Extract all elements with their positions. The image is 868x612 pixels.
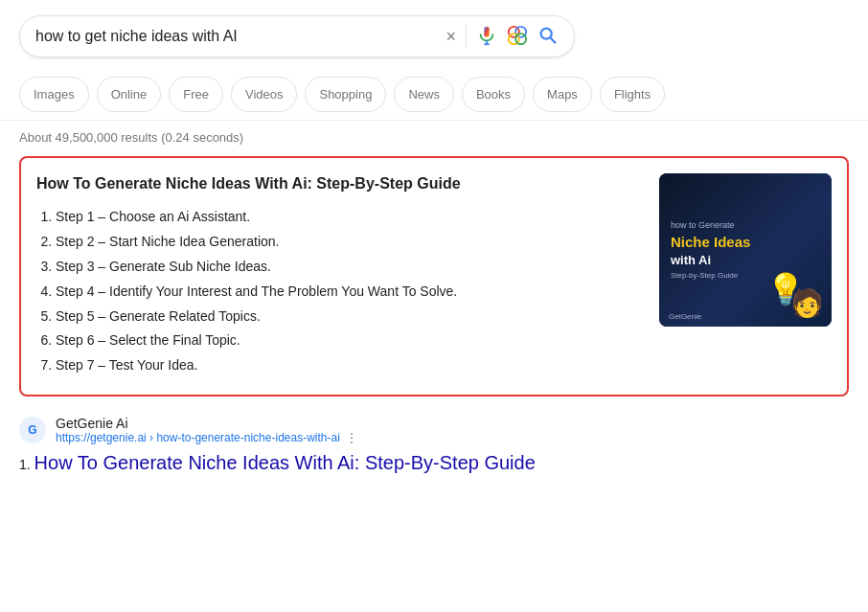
svg-rect-0 xyxy=(484,26,490,36)
person-icon: 🧑 xyxy=(790,287,824,319)
result-number: 1. xyxy=(19,457,34,472)
source-url-text: https://getgenie.ai › how-to-generate-ni… xyxy=(56,431,340,444)
snippet-thumbnail: how to Generate Niche Ideas with Ai Step… xyxy=(659,173,832,327)
list-item: Step 5 – Generate Related Topics. xyxy=(56,306,644,329)
image-branding: GetGenie xyxy=(669,312,701,321)
source-info: GetGenie Ai https://getgenie.ai › how-to… xyxy=(56,416,357,444)
tab-books[interactable]: Books xyxy=(462,77,525,112)
nav-tabs: Images Online Free Videos Shopping News … xyxy=(0,69,868,121)
mic-icon[interactable] xyxy=(476,25,497,49)
lens-icon[interactable] xyxy=(507,25,528,49)
list-item: Step 2 – Start Niche Idea Generation. xyxy=(56,231,644,254)
source-menu-icon[interactable]: ⋮ xyxy=(346,431,357,444)
first-result-link[interactable]: How To Generate Niche Ideas With Ai: Ste… xyxy=(34,452,536,473)
snippet-steps-list: Step 1 – Choose an Ai Assistant. Step 2 … xyxy=(36,206,644,377)
list-item: Step 1 – Choose an Ai Assistant. xyxy=(56,206,644,229)
result-source-row: G GetGenie Ai https://getgenie.ai › how-… xyxy=(0,408,868,448)
source-url[interactable]: https://getgenie.ai › how-to-generate-ni… xyxy=(56,431,357,444)
tab-flights[interactable]: Flights xyxy=(600,77,665,112)
source-favicon: G xyxy=(19,417,46,443)
image-title-line2: with Ai xyxy=(671,253,820,267)
tab-images[interactable]: Images xyxy=(19,77,89,112)
tab-videos[interactable]: Videos xyxy=(231,77,298,112)
tab-online[interactable]: Online xyxy=(97,77,162,112)
search-bar-wrapper: how to get niche ideas with AI × xyxy=(0,0,868,69)
svg-line-8 xyxy=(550,37,555,42)
list-item: Step 7 – Test Your Idea. xyxy=(56,354,644,377)
list-item: Step 6 – Select the Final Topic. xyxy=(56,329,644,352)
snippet-image-content: how to Generate Niche Ideas with Ai Step… xyxy=(659,173,832,327)
search-query-text: how to get niche ideas with AI xyxy=(35,28,438,45)
snippet-title: How To Generate Niche Ideas With Ai: Ste… xyxy=(36,173,644,194)
first-result: 1. How To Generate Niche Ideas With Ai: … xyxy=(0,448,868,482)
tab-free[interactable]: Free xyxy=(169,77,223,112)
divider xyxy=(466,25,467,48)
tab-maps[interactable]: Maps xyxy=(533,77,592,112)
list-item: Step 4 – Identify Your Interest and The … xyxy=(56,281,644,304)
tab-news[interactable]: News xyxy=(394,77,454,112)
featured-snippet: How To Generate Niche Ideas With Ai: Ste… xyxy=(19,156,849,397)
clear-icon[interactable]: × xyxy=(445,27,456,47)
image-label-small: how to Generate xyxy=(671,220,820,230)
search-submit-icon[interactable] xyxy=(537,25,559,49)
search-icons: × xyxy=(445,25,559,49)
svg-point-6 xyxy=(515,34,526,44)
image-title-line1: Niche Ideas xyxy=(671,234,820,251)
source-name: GetGenie Ai xyxy=(56,416,357,431)
tab-shopping[interactable]: Shopping xyxy=(305,77,386,112)
results-count: About 49,500,000 results (0.24 seconds) xyxy=(0,121,868,152)
search-box: how to get niche ideas with AI × xyxy=(19,15,575,57)
list-item: Step 3 – Generate Sub Niche Ideas. xyxy=(56,256,644,279)
snippet-content: How To Generate Niche Ideas With Ai: Ste… xyxy=(36,173,644,379)
